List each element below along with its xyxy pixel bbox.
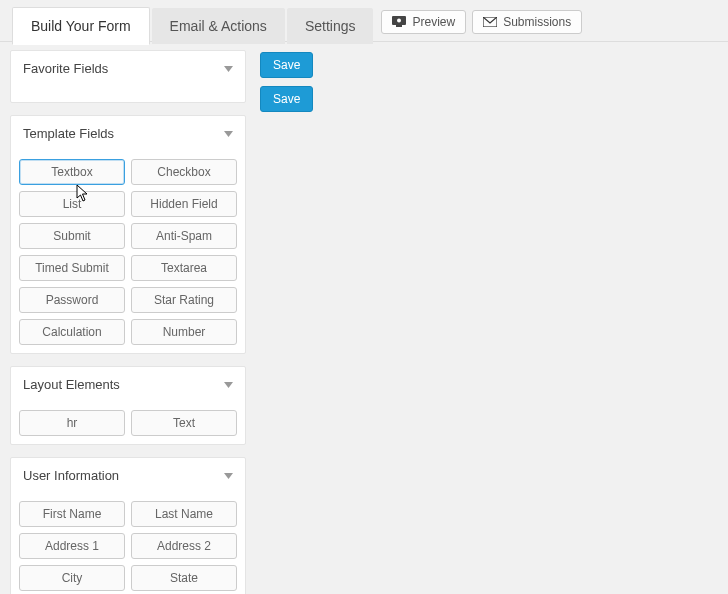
svg-marker-4 [224, 66, 233, 72]
field-timed-submit[interactable]: Timed Submit [19, 255, 125, 281]
panel-favorite-fields: Favorite Fields [10, 50, 246, 103]
tab-build-your-form[interactable]: Build Your Form [12, 7, 150, 45]
submissions-button[interactable]: Submissions [472, 10, 582, 34]
save-button-bottom[interactable]: Save [260, 86, 313, 112]
field-hidden-field[interactable]: Hidden Field [131, 191, 237, 217]
panel-body-layout: hr Text [11, 402, 245, 444]
tab-action-buttons: Preview Submissions [381, 10, 582, 34]
panel-body-favorite [11, 86, 245, 102]
panel-title: User Information [23, 468, 119, 483]
field-address-1[interactable]: Address 1 [19, 533, 125, 559]
chevron-down-icon [224, 473, 233, 479]
field-first-name[interactable]: First Name [19, 501, 125, 527]
field-calculation[interactable]: Calculation [19, 319, 125, 345]
field-anti-spam[interactable]: Anti-Spam [131, 223, 237, 249]
svg-marker-6 [224, 382, 233, 388]
svg-marker-5 [224, 131, 233, 137]
panel-body-template: Textbox Checkbox List Hidden Field Submi… [11, 151, 245, 353]
preview-label: Preview [412, 15, 455, 29]
field-city[interactable]: City [19, 565, 125, 591]
panel-user-information: User Information First Name Last Name Ad… [10, 457, 246, 594]
form-canvas: Save Save [260, 50, 718, 594]
panel-title: Template Fields [23, 126, 114, 141]
svg-point-1 [397, 19, 401, 23]
field-text[interactable]: Text [131, 410, 237, 436]
chevron-down-icon [224, 382, 233, 388]
preview-button[interactable]: Preview [381, 10, 466, 34]
field-checkbox[interactable]: Checkbox [131, 159, 237, 185]
tab-bar: Build Your Form Email & Actions Settings… [0, 0, 728, 42]
tab-settings[interactable]: Settings [287, 8, 374, 44]
chevron-down-icon [224, 131, 233, 137]
panel-body-user: First Name Last Name Address 1 Address 2… [11, 493, 245, 594]
chevron-down-icon [224, 66, 233, 72]
panel-title: Favorite Fields [23, 61, 108, 76]
save-button-top[interactable]: Save [260, 52, 313, 78]
panel-template-fields: Template Fields Textbox Checkbox List Hi… [10, 115, 246, 354]
submissions-label: Submissions [503, 15, 571, 29]
main-layout: Favorite Fields Template Fields Textbox … [0, 42, 728, 594]
panel-title: Layout Elements [23, 377, 120, 392]
field-textbox[interactable]: Textbox [19, 159, 125, 185]
panel-header-template[interactable]: Template Fields [11, 116, 245, 151]
field-state[interactable]: State [131, 565, 237, 591]
preview-icon [392, 16, 406, 27]
panel-header-layout[interactable]: Layout Elements [11, 367, 245, 402]
panel-header-favorite[interactable]: Favorite Fields [11, 51, 245, 86]
field-number[interactable]: Number [131, 319, 237, 345]
svg-marker-7 [224, 473, 233, 479]
panel-header-user[interactable]: User Information [11, 458, 245, 493]
field-submit[interactable]: Submit [19, 223, 125, 249]
field-star-rating[interactable]: Star Rating [131, 287, 237, 313]
field-textarea[interactable]: Textarea [131, 255, 237, 281]
svg-rect-2 [396, 25, 402, 27]
panel-layout-elements: Layout Elements hr Text [10, 366, 246, 445]
envelope-icon [483, 17, 497, 27]
field-password[interactable]: Password [19, 287, 125, 313]
field-hr[interactable]: hr [19, 410, 125, 436]
field-address-2[interactable]: Address 2 [131, 533, 237, 559]
field-last-name[interactable]: Last Name [131, 501, 237, 527]
field-list[interactable]: List [19, 191, 125, 217]
tab-email-actions[interactable]: Email & Actions [152, 8, 285, 44]
fields-sidebar: Favorite Fields Template Fields Textbox … [10, 50, 246, 594]
